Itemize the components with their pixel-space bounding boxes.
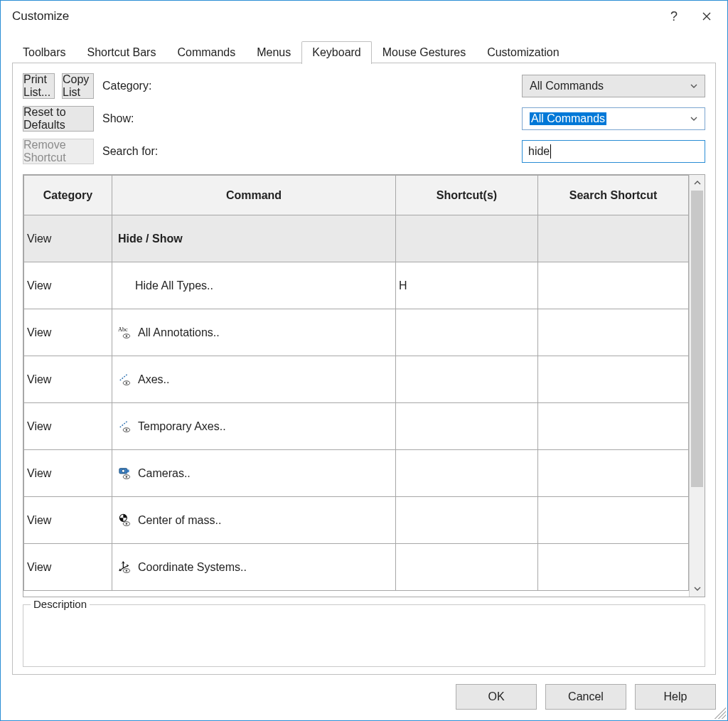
svg-text:Abc: Abc	[118, 326, 128, 333]
cell-search-shortcut[interactable]	[538, 544, 689, 591]
cell-shortcut[interactable]	[396, 356, 538, 403]
cell-shortcut[interactable]	[396, 403, 538, 450]
show-dropdown[interactable]: All Commands	[522, 107, 705, 130]
cell-command: Axes..	[112, 356, 396, 403]
svg-point-10	[122, 469, 124, 472]
col-search-shortcut[interactable]: Search Shortcut	[538, 176, 689, 215]
cell-category: View	[24, 309, 112, 356]
cell-shortcut[interactable]	[396, 497, 538, 544]
cell-command: Temporary Axes..	[112, 403, 396, 450]
cell-search-shortcut[interactable]	[538, 356, 689, 403]
table-row[interactable]: ViewCameras..	[24, 450, 689, 497]
svg-line-6	[120, 420, 128, 427]
com-eye-icon	[118, 513, 134, 528]
customize-dialog: Customize ? Toolbars Shortcut Bars Comma…	[0, 0, 728, 721]
category-dropdown-value: All Commands	[530, 80, 604, 92]
svg-point-13	[126, 476, 127, 477]
col-category[interactable]: Category	[24, 176, 112, 215]
commands-table[interactable]: Category Command Shortcut(s) Search Shor…	[23, 175, 689, 591]
chevron-down-icon	[690, 112, 697, 125]
tab-mouse-gestures[interactable]: Mouse Gestures	[372, 41, 476, 64]
cell-category: View	[24, 262, 112, 309]
cell-search-shortcut[interactable]	[538, 450, 689, 497]
camera-eye-icon	[118, 466, 134, 481]
keyboard-panel: Category: All Commands Print List... Cop…	[12, 63, 716, 675]
commands-table-wrap: Category Command Shortcut(s) Search Shor…	[23, 174, 705, 597]
tab-commands[interactable]: Commands	[166, 41, 246, 64]
tab-area: Toolbars Shortcut Bars Commands Menus Ke…	[1, 32, 727, 63]
show-label: Show:	[102, 112, 513, 125]
cell-search-shortcut[interactable]	[538, 309, 689, 356]
cell-search-shortcut[interactable]	[538, 262, 689, 309]
chevron-down-icon	[690, 80, 697, 92]
cancel-button[interactable]: Cancel	[545, 684, 626, 710]
search-input-value: hide	[528, 145, 550, 158]
cell-shortcut[interactable]: H	[396, 262, 538, 309]
cell-shortcut[interactable]	[396, 309, 538, 356]
col-command[interactable]: Command	[112, 176, 396, 215]
scroll-thumb[interactable]	[691, 191, 703, 487]
table-row[interactable]: ViewHide / Show	[24, 215, 689, 262]
svg-point-2	[126, 335, 127, 336]
titlebar: Customize ?	[1, 1, 727, 32]
abc-eye-icon: Abc	[118, 326, 134, 340]
description-label: Description	[31, 598, 90, 610]
cell-command-text: Axes..	[138, 373, 169, 386]
cell-category: View	[24, 215, 112, 262]
svg-line-3	[120, 373, 128, 380]
resize-grip-icon[interactable]	[714, 707, 726, 719]
svg-point-8	[126, 429, 127, 430]
window-title: Customize	[12, 9, 658, 23]
cell-category: View	[24, 544, 112, 591]
cell-shortcut[interactable]	[396, 215, 538, 262]
table-row[interactable]: ViewCenter of mass..	[24, 497, 689, 544]
cell-shortcut[interactable]	[396, 544, 538, 591]
search-for-label: Search for:	[102, 145, 513, 158]
scroll-up-icon[interactable]	[690, 175, 705, 191]
cell-search-shortcut[interactable]	[538, 215, 689, 262]
help-button[interactable]: Help	[635, 684, 716, 710]
cell-command: Center of mass..	[112, 497, 396, 544]
cell-command-text: Coordinate Systems..	[138, 561, 247, 574]
description-group: Description	[23, 604, 705, 667]
cell-command: Hide All Types..	[112, 262, 396, 309]
cell-command-text: All Annotations..	[138, 326, 220, 339]
reset-defaults-button[interactable]: Reset to Defaults	[23, 106, 94, 132]
table-row[interactable]: ViewTemporary Axes..	[24, 403, 689, 450]
search-input[interactable]: hide	[522, 140, 705, 163]
remove-shortcut-button: Remove Shortcut	[23, 139, 94, 164]
category-label: Category:	[102, 80, 513, 92]
svg-point-16	[126, 523, 127, 524]
col-shortcuts[interactable]: Shortcut(s)	[396, 176, 538, 215]
cell-category: View	[24, 450, 112, 497]
table-row[interactable]: ViewAbcAll Annotations..	[24, 309, 689, 356]
tab-keyboard[interactable]: Keyboard	[301, 41, 372, 64]
table-scrollbar[interactable]	[689, 175, 705, 597]
ok-button[interactable]: OK	[456, 684, 537, 710]
table-row[interactable]: ViewCoordinate Systems..	[24, 544, 689, 591]
cell-command-text: Cameras..	[138, 467, 191, 480]
close-icon[interactable]	[690, 5, 723, 28]
table-row[interactable]: ViewAxes..	[24, 356, 689, 403]
tab-menus[interactable]: Menus	[246, 41, 301, 64]
help-icon[interactable]: ?	[658, 5, 690, 28]
scroll-down-icon[interactable]	[690, 581, 705, 597]
tab-customization[interactable]: Customization	[476, 41, 569, 64]
dialog-footer: OK Cancel Help	[1, 680, 727, 720]
tab-toolbars[interactable]: Toolbars	[12, 41, 76, 64]
scroll-track[interactable]	[690, 191, 705, 581]
print-list-button[interactable]: Print List...	[23, 73, 55, 99]
axes-eye-icon	[118, 373, 134, 387]
tab-shortcut-bars[interactable]: Shortcut Bars	[76, 41, 166, 64]
cell-command: AbcAll Annotations..	[112, 309, 396, 356]
cell-search-shortcut[interactable]	[538, 497, 689, 544]
tabstrip: Toolbars Shortcut Bars Commands Menus Ke…	[12, 38, 716, 63]
table-row[interactable]: ViewHide All Types..H	[24, 262, 689, 309]
copy-list-button[interactable]: Copy List	[62, 73, 94, 99]
cell-command: Cameras..	[112, 450, 396, 497]
cell-shortcut[interactable]	[396, 450, 538, 497]
cell-category: View	[24, 403, 112, 450]
top-controls: Category: All Commands Print List... Cop…	[23, 73, 705, 164]
cell-search-shortcut[interactable]	[538, 403, 689, 450]
category-dropdown[interactable]: All Commands	[522, 75, 705, 97]
